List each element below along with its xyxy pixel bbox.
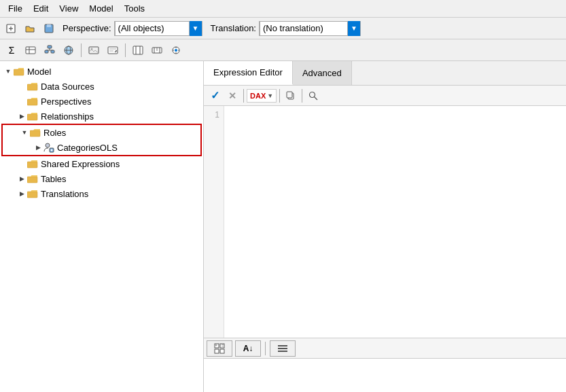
- tree-item-categoriesols[interactable]: ▶ CategoriesOLS: [3, 140, 200, 155]
- svg-rect-54: [278, 348, 287, 349]
- svg-point-30: [175, 49, 177, 52]
- svg-rect-13: [51, 50, 54, 53]
- tree-item-perspectives[interactable]: ▶ Perspectives: [0, 94, 203, 109]
- model-expander[interactable]: ▼: [3, 66, 14, 77]
- grid-icon-button[interactable]: [207, 340, 232, 357]
- tree-item-roles[interactable]: ▼ Roles: [3, 125, 200, 140]
- roles-highlight-box: ▼ Roles ▶: [1, 124, 202, 156]
- translations-label: Translations: [41, 189, 88, 199]
- tree-item-shared-expressions[interactable]: Shared Expressions: [0, 156, 203, 171]
- svg-point-36: [46, 143, 50, 147]
- categoriesols-expander[interactable]: ▶: [33, 142, 43, 153]
- relationships-expander[interactable]: ▶: [16, 111, 27, 122]
- globe-icon[interactable]: [60, 41, 77, 59]
- translation-label: Translation:: [211, 23, 256, 33]
- translation-arrow[interactable]: ▼: [348, 21, 360, 36]
- svg-rect-4: [47, 24, 51, 27]
- svg-rect-43: [287, 92, 292, 98]
- expr-copy-button[interactable]: [283, 88, 299, 104]
- toolbar-separator-1: [81, 43, 82, 57]
- svg-point-38: [51, 149, 53, 152]
- tree-item-datasources[interactable]: ▶ Data Sources: [0, 79, 203, 94]
- svg-rect-51: [222, 344, 224, 345]
- svg-rect-39: [27, 162, 37, 168]
- perspectives-label: Perspectives: [41, 96, 91, 107]
- relationships-label: Relationships: [41, 111, 94, 122]
- menu-edit[interactable]: Edit: [28, 2, 54, 15]
- translations-expander[interactable]: ▶: [16, 188, 27, 199]
- svg-line-45: [315, 96, 318, 100]
- expr-search-button[interactable]: [305, 88, 321, 104]
- sigma-icon[interactable]: Σ: [3, 41, 20, 59]
- tree-item-tables[interactable]: ▶ Tables: [0, 171, 203, 186]
- datasources-label: Data Sources: [41, 82, 94, 92]
- tab-advanced[interactable]: Advanced: [293, 61, 352, 85]
- expr-separator-2: [279, 89, 280, 103]
- icon-toolbar: Σ: [0, 39, 566, 61]
- tree-item-relationships[interactable]: ▶ Relationships: [0, 109, 203, 124]
- hierarchy-icon[interactable]: [41, 41, 58, 59]
- svg-rect-31: [14, 69, 24, 75]
- svg-rect-33: [27, 99, 37, 105]
- svg-point-50: [215, 344, 217, 346]
- open-icon[interactable]: [22, 20, 38, 37]
- shared-expressions-label: Shared Expressions: [41, 159, 120, 169]
- expression-content[interactable]: [224, 106, 566, 338]
- roles-expander[interactable]: ▼: [19, 127, 30, 138]
- expression-tabs: Expression Editor Advanced: [204, 61, 566, 86]
- dax-button[interactable]: DAX ▼: [247, 89, 277, 103]
- svg-rect-12: [45, 50, 48, 53]
- menu-model[interactable]: Model: [84, 2, 118, 15]
- svg-rect-40: [27, 177, 37, 183]
- grid-columns-icon[interactable]: [129, 41, 147, 59]
- svg-rect-55: [278, 351, 287, 352]
- tables-label: Tables: [41, 174, 67, 184]
- measure-icon[interactable]: [148, 41, 166, 59]
- line-numbers: 1: [204, 106, 224, 338]
- expr-cancel-button[interactable]: ✕: [224, 88, 241, 104]
- menu-tools[interactable]: Tools: [119, 2, 150, 15]
- translation-dropdown[interactable]: (No translation) ▼: [259, 21, 361, 36]
- right-panel: Expression Editor Advanced ✓ ✕ DAX ▼: [204, 61, 566, 392]
- translation-value[interactable]: (No translation): [260, 21, 348, 36]
- save-icon[interactable]: [41, 20, 57, 37]
- kpi-icon[interactable]: [167, 41, 185, 59]
- expr-bottom-area[interactable]: [204, 358, 566, 392]
- image-icon[interactable]: [85, 41, 103, 59]
- new-icon[interactable]: [3, 20, 19, 37]
- expr-separator-3: [302, 89, 302, 103]
- model-label: Model: [27, 67, 51, 77]
- perspective-arrow[interactable]: ▼: [190, 21, 202, 36]
- line-number-1: 1: [215, 109, 219, 121]
- tree-item-translations[interactable]: ▶ Translations: [0, 186, 203, 201]
- roles-folder-icon: [30, 128, 41, 137]
- main-content: ▼ Model ▶ Data Sources ▶: [0, 61, 566, 392]
- categoriesols-label: CategoriesOLS: [57, 143, 118, 153]
- tables-folder-icon: [27, 175, 38, 183]
- svg-rect-52: [222, 346, 224, 346]
- relationships-folder-icon: [27, 112, 38, 121]
- categoriesols-icon: [43, 142, 54, 153]
- svg-rect-49: [220, 349, 224, 353]
- menu-view[interactable]: View: [54, 2, 84, 15]
- svg-rect-34: [27, 114, 37, 120]
- toolbar-separator-2: [125, 43, 126, 57]
- edit-icon[interactable]: [104, 41, 122, 59]
- svg-rect-48: [215, 349, 219, 353]
- menu-file[interactable]: File: [3, 2, 28, 15]
- expr-check-button[interactable]: ✓: [207, 88, 223, 104]
- svg-rect-53: [278, 345, 287, 346]
- svg-rect-9: [48, 46, 52, 48]
- perspective-value[interactable]: (All objects): [115, 21, 190, 36]
- svg-point-44: [310, 92, 315, 97]
- tab-expression-editor[interactable]: Expression Editor: [204, 61, 293, 85]
- table-icon[interactable]: [22, 41, 39, 59]
- bottom-separator: [265, 342, 266, 355]
- perspective-dropdown[interactable]: (All objects) ▼: [114, 21, 202, 36]
- tables-expander[interactable]: ▶: [16, 173, 27, 184]
- shared-expressions-folder-icon: [27, 160, 38, 168]
- sort-az-button[interactable]: A↓: [235, 340, 261, 357]
- tree-root-model[interactable]: ▼ Model: [0, 64, 203, 79]
- datasources-folder-icon: [27, 82, 38, 91]
- list-view-button[interactable]: [270, 340, 296, 357]
